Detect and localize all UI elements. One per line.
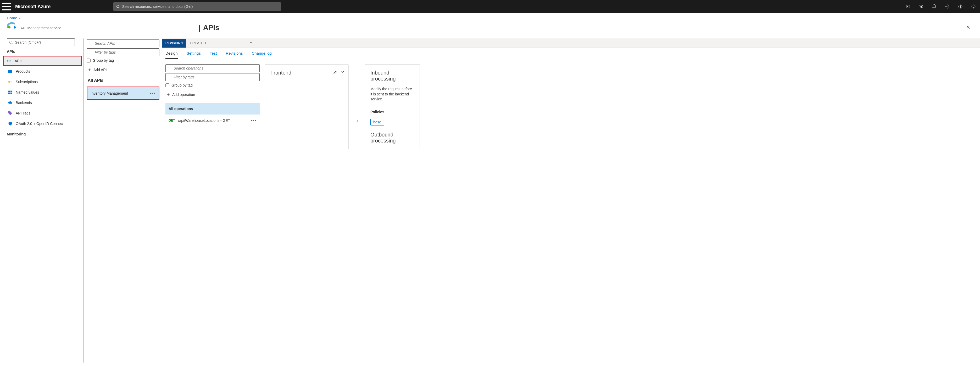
api-list-column: Group by tag Add API All APIs Inventory … [84,38,162,363]
products-icon [8,69,13,74]
azure-top-header: Microsoft Azure [0,0,980,13]
sidebar-item-api-tags[interactable]: API Tags [7,108,84,119]
close-icon [966,25,970,30]
detail-tabs: Design Settings Test Revisions Change lo… [162,48,980,59]
api-detail-column: REVISION 1 CREATED Design Settings Test … [162,38,980,363]
shield-icon [8,121,13,126]
sidebar-nav-list: APIs Products Subscriptions Named values… [7,56,84,129]
page-subtitle-block: API Management service [21,25,61,30]
add-api-button[interactable]: Add API [88,68,159,72]
svg-point-9 [947,6,948,7]
group-by-tag-checkbox[interactable] [87,59,91,62]
operation-more-button[interactable]: ••• [250,118,256,123]
operation-method: GET [169,119,175,122]
design-detail-row: Group by tag Add operation All operation… [162,59,980,149]
svg-point-11 [960,7,961,8]
add-operation-button[interactable]: Add operation [167,93,260,97]
sidebar-item-oauth[interactable]: OAuth 2.0 + OpenID Connect [7,119,84,129]
tab-test[interactable]: Test [210,51,217,59]
inbound-title: Inbound processing [371,70,414,82]
api-item-inventory-management[interactable]: Inventory Management ••• [87,87,159,100]
search-apis-input[interactable] [87,40,159,48]
all-operations-header[interactable]: All operations [165,103,260,114]
edit-frontend-button[interactable] [333,70,338,76]
grid-icon [8,90,13,95]
sidebar-item-label: APIs [15,59,22,63]
sidebar-item-label: API Tags [16,111,30,115]
tab-revisions[interactable]: Revisions [226,51,243,59]
search-operations-input[interactable] [165,64,260,72]
api-item-more-button[interactable]: ••• [150,91,156,96]
brand-label[interactable]: Microsoft Azure [15,4,51,10]
group-by-tag-text: Group by tag [93,58,114,62]
filter-tags-input[interactable] [87,48,159,56]
sidebar-item-named-values[interactable]: Named values [7,87,84,98]
tab-changelog[interactable]: Change log [251,51,272,59]
policies-header: Policies [371,110,414,114]
ops-group-by-tag-checkbox[interactable] [165,83,169,87]
global-search-box[interactable] [113,2,281,11]
operation-name: /api/WarehouseLocations - GET [178,119,230,123]
cloud-shell-button[interactable] [902,0,915,13]
sidebar-item-apis[interactable]: APIs [3,56,82,66]
revision-bar: REVISION 1 CREATED [162,38,980,48]
main-content-area: « APIs APIs Products Subscriptions Named… [0,38,980,363]
tab-settings[interactable]: Settings [187,51,201,59]
filter-ops-tags-input[interactable] [165,73,260,81]
key-icon [8,79,13,84]
sidebar-item-subscriptions[interactable]: Subscriptions [7,77,84,87]
tag-icon [8,111,13,116]
revision-dropdown-button[interactable] [249,41,253,46]
smiley-icon [971,4,976,9]
breadcrumb-home-link[interactable]: Home [7,16,17,20]
filter-tags-wrap [87,48,159,57]
page-header: API Management service | APIs ⋯ [0,21,980,38]
frontend-dropdown-button[interactable] [340,70,345,76]
plus-icon [167,93,170,97]
svg-marker-22 [10,60,11,62]
group-by-tag-checkbox-label[interactable]: Group by tag [87,58,159,62]
sidebar-item-label: Subscriptions [16,80,38,84]
hamburger-icon [0,0,13,13]
svg-line-4 [119,7,119,8]
add-api-label: Add API [94,68,107,72]
notifications-button[interactable] [928,0,941,13]
resource-sidebar: « APIs APIs Products Subscriptions Named… [0,38,84,363]
svg-rect-28 [11,91,12,92]
base-policy-chip[interactable]: base [371,119,384,125]
global-search-input[interactable] [122,5,278,9]
ops-group-by-tag-text: Group by tag [172,83,192,87]
feedback-button[interactable] [967,0,980,13]
svg-point-21 [7,60,8,62]
svg-point-19 [10,41,12,43]
sidebar-item-label: Products [16,69,30,73]
more-actions-button[interactable]: ⋯ [222,25,228,31]
arrow-right-icon [354,118,360,124]
filter-ops-tags-wrap [165,73,260,82]
section-apis-label: APIs [7,49,84,54]
hamburger-menu-button[interactable] [0,0,13,13]
all-apis-header[interactable]: All APIs [88,78,159,83]
filter-button[interactable] [915,0,928,13]
revision-badge[interactable]: REVISION 1 [162,39,186,48]
settings-button[interactable] [941,0,954,13]
operation-item[interactable]: GET /api/WarehouseLocations - GET ••• [165,114,260,127]
close-blade-button[interactable] [966,25,973,30]
help-button[interactable] [954,0,967,13]
inbound-description: Modify the request before it is sent to … [371,87,414,102]
svg-rect-30 [11,93,12,94]
revision-created-label: CREATED [186,41,209,45]
tab-design[interactable]: Design [165,51,178,59]
svg-rect-29 [8,93,10,94]
svg-point-8 [922,7,923,8]
chevron-right-icon: › [19,16,20,20]
ops-group-by-tag-label[interactable]: Group by tag [165,83,260,87]
sidebar-item-label: Backends [16,101,32,105]
api-icon [7,59,11,63]
page-subtitle: API Management service [21,26,61,30]
sidebar-search-input[interactable] [7,38,75,46]
operations-column: Group by tag Add operation All operation… [165,64,260,149]
sidebar-item-products[interactable]: Products [7,66,84,77]
sidebar-item-backends[interactable]: Backends [7,98,84,108]
top-toolbar-icons [902,0,980,13]
